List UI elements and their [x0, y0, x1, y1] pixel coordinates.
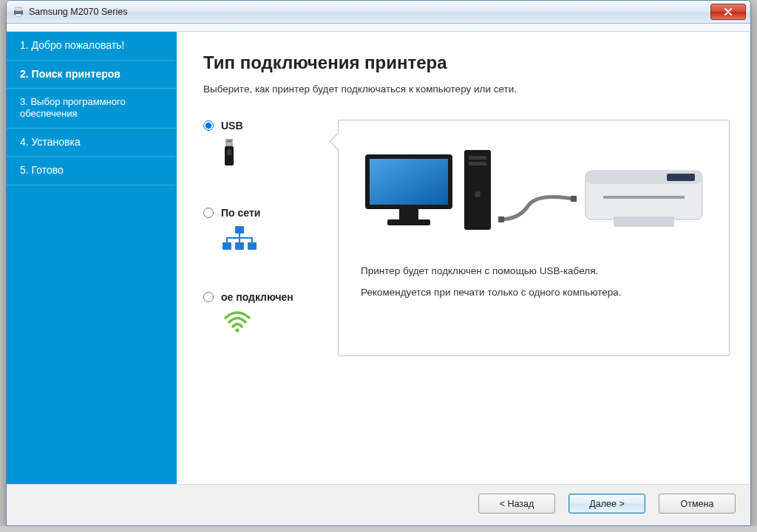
- svg-rect-7: [227, 149, 231, 155]
- svg-rect-2: [16, 14, 21, 16]
- step-label: 4. Установка: [20, 136, 81, 148]
- svg-rect-4: [228, 140, 229, 142]
- cancel-button[interactable]: Отмена: [659, 494, 736, 514]
- toolbar-strip: [7, 24, 750, 32]
- connection-options: USB: [203, 120, 320, 356]
- sidebar-step-welcome[interactable]: 1. Добро пожаловать!: [7, 32, 177, 61]
- svg-rect-27: [603, 196, 685, 199]
- svg-rect-1: [16, 7, 21, 11]
- connection-area: USB: [203, 120, 730, 356]
- next-button[interactable]: Далее >: [568, 494, 645, 514]
- svg-rect-16: [399, 209, 418, 219]
- page-subtitle: Выберите, как принтер будет подключаться…: [203, 83, 730, 95]
- svg-rect-6: [225, 146, 234, 166]
- svg-point-21: [475, 191, 481, 197]
- svg-rect-11: [248, 242, 257, 250]
- option-network-label: По сети: [221, 207, 260, 219]
- svg-rect-10: [235, 242, 244, 250]
- connection-illustration: [361, 149, 707, 231]
- sidebar-step-software[interactable]: 3. Выбор программного обеспечения: [7, 89, 177, 129]
- svg-rect-5: [230, 140, 231, 142]
- sidebar-step-search[interactable]: 2. Поиск принтеров: [7, 61, 177, 89]
- titlebar: Samsung M2070 Series: [7, 1, 750, 24]
- page-heading: Тип подключения принтера: [203, 52, 730, 73]
- window-title: Samsung M2070 Series: [29, 7, 710, 17]
- usb-stick-icon: [223, 139, 320, 170]
- sidebar-step-install[interactable]: 4. Установка: [7, 129, 177, 157]
- printer-app-icon: [13, 6, 24, 18]
- step-label: 2. Поиск принтеров: [20, 68, 120, 80]
- option-wireless-label: ое подключен: [221, 291, 293, 303]
- radio-wireless[interactable]: [203, 292, 214, 302]
- radio-network[interactable]: [203, 208, 214, 218]
- panel-notch: [329, 132, 347, 150]
- installer-window: Samsung M2070 Series 1. Добро пожаловать…: [6, 0, 751, 526]
- desc-line-1: Принтер будет подключен с помощью USB-ка…: [361, 265, 707, 276]
- usb-cable-icon: [498, 190, 577, 231]
- description-panel: Принтер будет подключен с помощью USB-ка…: [338, 120, 730, 356]
- step-label: 5. Готово: [20, 164, 64, 176]
- close-button[interactable]: [710, 4, 746, 20]
- step-label: 1. Добро пожаловать!: [20, 39, 124, 51]
- wizard-footer: < Назад Далее > Отмена: [7, 484, 750, 525]
- svg-rect-15: [370, 159, 448, 205]
- svg-rect-28: [614, 216, 674, 227]
- desc-line-2: Рекомендуется при печати только с одного…: [361, 287, 707, 298]
- svg-rect-8: [235, 226, 244, 233]
- svg-rect-17: [387, 219, 430, 225]
- printer-icon: [581, 154, 707, 231]
- steps-sidebar: 1. Добро пожаловать! 2. Поиск принтеров …: [7, 32, 177, 484]
- svg-rect-20: [469, 162, 486, 166]
- computer-tower-icon: [461, 149, 494, 231]
- svg-rect-3: [226, 139, 232, 146]
- svg-rect-23: [571, 196, 577, 202]
- svg-rect-26: [667, 174, 695, 181]
- back-button[interactable]: < Назад: [478, 494, 555, 514]
- radio-usb[interactable]: [203, 120, 214, 131]
- wifi-icon: [223, 310, 320, 335]
- svg-point-12: [235, 328, 239, 332]
- svg-rect-9: [223, 242, 231, 250]
- option-network[interactable]: По сети: [203, 207, 320, 254]
- option-wireless[interactable]: ое подключен: [203, 291, 320, 335]
- description-text: Принтер будет подключен с помощью USB-ка…: [361, 265, 707, 298]
- svg-rect-22: [498, 216, 504, 222]
- svg-rect-19: [469, 156, 486, 160]
- sidebar-step-done[interactable]: 5. Готово: [7, 157, 177, 185]
- monitor-icon: [361, 150, 457, 231]
- step-label: 3. Выбор программного обеспечения: [20, 96, 126, 119]
- network-icon: [223, 226, 320, 254]
- main-pane: Тип подключения принтера Выберите, как п…: [177, 32, 750, 484]
- option-usb-label: USB: [221, 120, 243, 132]
- option-usb[interactable]: USB: [203, 120, 320, 170]
